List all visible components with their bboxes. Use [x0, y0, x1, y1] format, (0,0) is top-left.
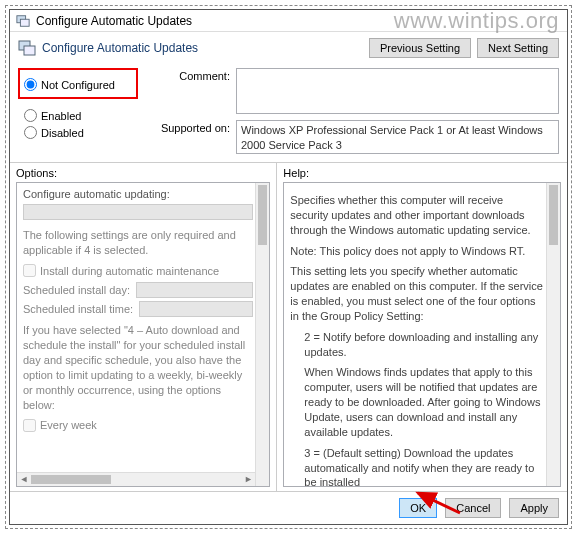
check-install-maintenance[interactable]: Install during automatic maintenance	[23, 264, 253, 279]
options-scrollbar[interactable]	[255, 183, 269, 486]
scroll-right-icon[interactable]: ►	[241, 473, 255, 486]
options-hscroll[interactable]: ◄ ►	[17, 472, 255, 486]
previous-setting-button[interactable]: Previous Setting	[369, 38, 471, 58]
sched-time-label: Scheduled install time:	[23, 302, 133, 317]
options-label: Options:	[16, 167, 270, 179]
state-panel: Not Configured Enabled Disabled Comment:	[10, 64, 567, 162]
svg-rect-1	[20, 19, 29, 26]
radio-enabled[interactable]: Enabled	[24, 109, 132, 122]
titlebar: Configure Automatic Updates	[10, 10, 567, 32]
policy-icon	[18, 39, 36, 57]
sched-day-combo[interactable]	[136, 282, 253, 298]
header-title: Configure Automatic Updates	[42, 41, 198, 55]
help-pane: Specifies whether this computer will rec…	[283, 182, 561, 487]
radio-enabled-input[interactable]	[24, 109, 37, 122]
radio-disabled-input[interactable]	[24, 126, 37, 139]
scroll-left-icon[interactable]: ◄	[17, 473, 31, 486]
help-scrollbar[interactable]	[546, 183, 560, 486]
comment-field[interactable]	[236, 68, 559, 114]
window-title: Configure Automatic Updates	[36, 14, 192, 28]
sched-time-combo[interactable]	[139, 301, 253, 317]
radio-not-configured-input[interactable]	[24, 78, 37, 91]
supported-label: Supported on:	[148, 120, 230, 134]
header: Configure Automatic Updates Previous Set…	[10, 32, 567, 64]
options-note: The following settings are only required…	[23, 228, 253, 258]
supported-on-text: Windows XP Professional Service Pack 1 o…	[236, 120, 559, 154]
svg-rect-3	[24, 46, 35, 55]
check-every-week[interactable]: Every week	[23, 418, 253, 433]
configure-updating-combo[interactable]	[23, 204, 253, 220]
footer: OK Cancel Apply	[10, 491, 567, 524]
radio-disabled[interactable]: Disabled	[24, 126, 132, 139]
help-label: Help:	[283, 167, 561, 179]
options-title: Configure automatic updating:	[23, 187, 253, 202]
cancel-button[interactable]: Cancel	[445, 498, 501, 518]
not-configured-highlight: Not Configured	[18, 68, 138, 99]
sched-day-label: Scheduled install day:	[23, 283, 130, 298]
comment-label: Comment:	[148, 68, 230, 82]
policy-icon	[16, 14, 30, 28]
dialog-window: Configure Automatic Updates Configure Au…	[9, 9, 568, 525]
ok-button[interactable]: OK	[399, 498, 437, 518]
next-setting-button[interactable]: Next Setting	[477, 38, 559, 58]
apply-button[interactable]: Apply	[509, 498, 559, 518]
options-pane: Configure automatic updating: The follow…	[16, 182, 270, 487]
options-para: If you have selected "4 – Auto download …	[23, 323, 253, 412]
radio-not-configured[interactable]: Not Configured	[24, 78, 132, 91]
